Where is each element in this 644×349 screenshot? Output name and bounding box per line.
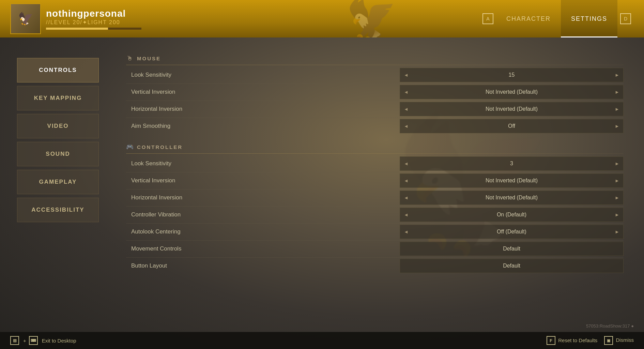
setting-label: Aim Smoothing: [126, 118, 400, 135]
setting-value: Not Inverted (Default): [412, 106, 611, 112]
mouse-section-header: 🖱 MOUSE: [126, 55, 624, 64]
setting-value: Off: [412, 123, 611, 129]
arrow-left-btn[interactable]: ◄: [400, 119, 412, 133]
setting-control: ◄ 15 ►: [400, 66, 624, 84]
mouse-section-title: MOUSE: [137, 56, 161, 61]
header-watermark: 🦅: [303, 0, 440, 37]
table-row: Vertical Inversion ◄ Not Inverted (Defau…: [126, 172, 624, 189]
setting-control: ◄ Not Inverted (Default) ►: [400, 101, 624, 118]
xp-bar-fill: [46, 28, 108, 30]
table-row: Horizontal Inversion ◄ Not Inverted (Def…: [126, 189, 624, 206]
arrow-right-btn[interactable]: ►: [611, 157, 623, 170]
setting-control: Default: [400, 257, 624, 274]
xp-bar: [46, 28, 141, 30]
setting-label: Horizontal Inversion: [126, 101, 400, 118]
setting-label: Autolook Centering: [126, 223, 400, 240]
setting-value: Not Inverted (Default): [412, 195, 611, 201]
username: nothingpersonal: [46, 8, 141, 19]
arrow-right-btn[interactable]: ►: [611, 119, 623, 133]
table-row: Movement Controls Default: [126, 240, 624, 257]
setting-label: Button Layout: [126, 257, 400, 274]
controller-settings-table: Look Sensitivity ◄ 3 ► Vertical Inversio…: [126, 155, 624, 274]
sidebar-item-controls[interactable]: CONTROLS: [17, 58, 99, 82]
arrow-left-btn[interactable]: ◄: [400, 208, 412, 222]
dismiss-key-icon: ▣: [604, 336, 613, 345]
dismiss-label: Dismiss: [616, 337, 634, 343]
table-row: Vertical Inversion ◄ Not Inverted (Defau…: [126, 84, 624, 101]
nav-char-icon[interactable]: A: [482, 13, 493, 24]
setting-control: ◄ Off (Default) ►: [400, 223, 624, 240]
exit-label: Exit to Desktop: [42, 338, 76, 344]
arrow-left-btn[interactable]: ◄: [400, 174, 412, 187]
nav-character-btn[interactable]: CHARACTER: [496, 0, 561, 37]
setting-control: Default: [400, 240, 624, 257]
setting-label: Horizontal Inversion: [126, 189, 400, 206]
arrow-right-btn[interactable]: ►: [611, 191, 623, 204]
sidebar: CONTROLS KEY MAPPING VIDEO SOUND GAMEPLA…: [0, 37, 112, 332]
setting-control: ◄ Not Inverted (Default) ►: [400, 189, 624, 206]
table-row: Aim Smoothing ◄ Off ►: [126, 118, 624, 135]
arrow-left-btn[interactable]: ◄: [400, 191, 412, 204]
setting-label: Look Sensitivity: [126, 66, 400, 84]
level-text: //LEVEL 20/✦LIGHT 200: [46, 19, 141, 26]
setting-value: Default: [503, 263, 520, 269]
header: 🦅 🦅 nothingpersonal //LEVEL 20/✦LIGHT 20…: [0, 0, 644, 37]
arrow-widget: ◄ Not Inverted (Default) ►: [400, 173, 624, 188]
setting-value: 3: [412, 161, 611, 167]
reset-label: Reset to Defaults: [558, 337, 597, 343]
arrow-left-btn[interactable]: ◄: [400, 85, 412, 99]
sidebar-item-video[interactable]: VIDEO: [17, 114, 99, 138]
version-text: 57053:RoadShow:317 ●: [586, 323, 634, 329]
setting-label: Vertical Inversion: [126, 84, 400, 101]
table-row: Autolook Centering ◄ Off (Default) ►: [126, 223, 624, 240]
bottom-bar: ⊞ + ⌨ Exit to Desktop F Reset to Default…: [0, 332, 644, 349]
setting-control: ◄ On (Default) ►: [400, 206, 624, 223]
main-content: CONTROLS KEY MAPPING VIDEO SOUND GAMEPLA…: [0, 37, 644, 332]
setting-control: ◄ 3 ►: [400, 155, 624, 172]
arrow-right-btn[interactable]: ►: [611, 174, 623, 187]
arrow-right-btn[interactable]: ►: [611, 68, 623, 82]
table-row: Horizontal Inversion ◄ Not Inverted (Def…: [126, 101, 624, 118]
header-nav: A CHARACTER SETTINGS D: [480, 0, 634, 37]
arrow-widget: ◄ 3 ►: [400, 156, 624, 171]
arrow-widget: ◄ Not Inverted (Default) ►: [400, 191, 624, 205]
arrow-left-btn[interactable]: ◄: [400, 102, 412, 116]
plus-sign: +: [23, 338, 26, 344]
button-widget[interactable]: Default: [400, 259, 624, 273]
arrow-right-btn[interactable]: ►: [611, 102, 623, 116]
arrow-widget: ◄ 15 ►: [400, 68, 624, 82]
button-widget[interactable]: Default: [400, 242, 624, 256]
sidebar-item-key-mapping[interactable]: KEY MAPPING: [17, 86, 99, 110]
sidebar-item-accessibility[interactable]: ACCESSIBILITY: [17, 198, 99, 222]
sidebar-item-gameplay[interactable]: GAMEPLAY: [17, 170, 99, 194]
nav-right-icon[interactable]: D: [620, 13, 631, 24]
setting-value: Not Inverted (Default): [412, 178, 611, 184]
bottom-right: F Reset to Defaults ▣ Dismiss: [547, 336, 634, 345]
sidebar-item-sound[interactable]: SOUND: [17, 142, 99, 166]
arrow-widget: ◄ On (Default) ►: [400, 208, 624, 222]
arrow-right-btn[interactable]: ►: [611, 225, 623, 239]
setting-value: Default: [503, 246, 520, 252]
reset-defaults-btn[interactable]: F Reset to Defaults: [547, 336, 597, 345]
arrow-right-btn[interactable]: ►: [611, 85, 623, 99]
controller-section-title: CONTROLLER: [137, 144, 183, 150]
arrow-right-btn[interactable]: ►: [611, 208, 623, 222]
setting-label: Vertical Inversion: [126, 172, 400, 189]
controller-divider: [126, 153, 624, 154]
nav-settings-btn[interactable]: SETTINGS: [561, 0, 617, 37]
setting-control: ◄ Off ►: [400, 118, 624, 135]
setting-label: Movement Controls: [126, 240, 400, 257]
dismiss-btn[interactable]: ▣ Dismiss: [604, 336, 634, 345]
reset-key-icon: F: [547, 336, 555, 345]
setting-value: Off (Default): [412, 229, 611, 235]
arrow-left-btn[interactable]: ◄: [400, 68, 412, 82]
table-row: Button Layout Default: [126, 257, 624, 274]
mouse-divider: [126, 65, 624, 65]
arrow-left-btn[interactable]: ◄: [400, 157, 412, 170]
arrow-widget: ◄ Not Inverted (Default) ►: [400, 102, 624, 116]
header-info: nothingpersonal //LEVEL 20/✦LIGHT 200: [46, 8, 141, 30]
arrow-left-btn[interactable]: ◄: [400, 225, 412, 239]
table-row: Controller Vibration ◄ On (Default) ►: [126, 206, 624, 223]
settings-content: 🖱 MOUSE Look Sensitivity ◄ 15 ►: [112, 37, 644, 332]
setting-value: 15: [412, 72, 611, 78]
